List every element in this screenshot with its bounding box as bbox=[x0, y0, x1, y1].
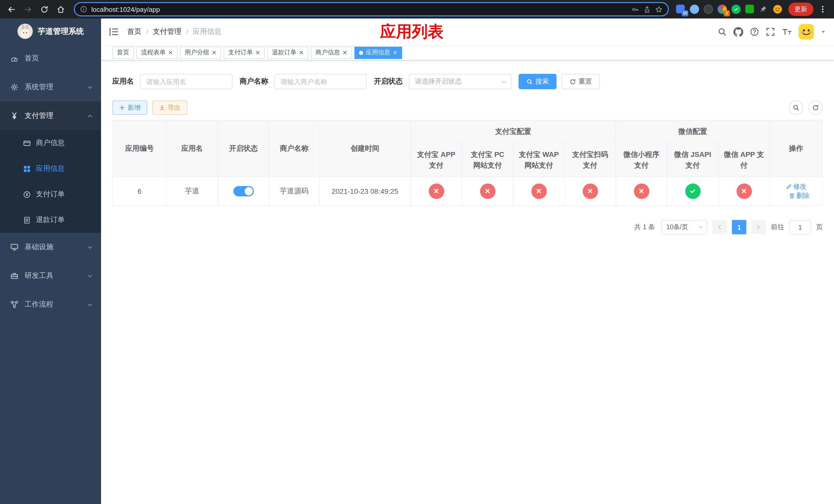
credit-card-icon bbox=[23, 139, 31, 147]
sidebar-item-infrastructure[interactable]: 基础设施 bbox=[0, 233, 101, 261]
browser-update-button[interactable]: 更新 bbox=[788, 3, 813, 16]
search-button-label: 搜索 bbox=[535, 77, 549, 86]
toolbox-icon bbox=[10, 272, 19, 280]
tag-label: 应用信息 bbox=[366, 48, 390, 57]
prev-page-button[interactable] bbox=[712, 220, 727, 234]
tag-home[interactable]: 首页 bbox=[112, 46, 134, 59]
extension-green-note-icon[interactable] bbox=[745, 5, 754, 14]
close-icon[interactable] bbox=[168, 50, 173, 55]
status-cross-icon bbox=[480, 183, 495, 199]
tag-user-group[interactable]: 用户分组 bbox=[180, 46, 221, 59]
page-annotation-title: 应用列表 bbox=[380, 21, 444, 43]
sidebar-item-app-info[interactable]: 应用信息 bbox=[0, 156, 101, 182]
reset-button[interactable]: 重置 bbox=[562, 74, 599, 89]
col-header-actions: 操作 bbox=[770, 120, 822, 177]
font-size-icon[interactable] bbox=[782, 28, 792, 36]
sidebar-item-refund-orders[interactable]: 退款订单 bbox=[0, 207, 101, 233]
header-search-icon[interactable] bbox=[718, 27, 727, 37]
tag-app-info-active[interactable]: 应用信息 bbox=[354, 46, 402, 59]
sidebar-fold-icon[interactable] bbox=[109, 27, 119, 37]
enabled-switch[interactable] bbox=[233, 186, 254, 196]
sidebar-item-home[interactable]: 首页 bbox=[0, 44, 101, 73]
col-header-wechat-app: 微信 APP 支付 bbox=[718, 143, 770, 177]
sidebar-item-workflow[interactable]: 工作流程 bbox=[0, 290, 101, 319]
breadcrumb-separator: / bbox=[146, 28, 148, 36]
search-button[interactable]: 搜索 bbox=[519, 74, 556, 89]
browser-forward-button[interactable] bbox=[21, 2, 35, 17]
data-table: 应用编号 应用名 开启状态 商户名称 创建时间 支付宝配置 微信配置 操作 支付… bbox=[112, 120, 823, 206]
sidebar-item-payment-orders[interactable]: 支付订单 bbox=[0, 182, 101, 207]
group-header-wechat: 微信配置 bbox=[616, 120, 770, 143]
github-icon[interactable] bbox=[733, 27, 743, 37]
tag-refund-orders[interactable]: 退款订单 bbox=[267, 46, 308, 59]
close-icon[interactable] bbox=[299, 50, 304, 55]
browser-back-button[interactable] bbox=[4, 2, 19, 17]
breadcrumb-home[interactable]: 首页 bbox=[127, 27, 141, 37]
page-size-select[interactable]: 10条/页 bbox=[661, 220, 707, 234]
close-icon[interactable] bbox=[343, 50, 347, 55]
app-name-input[interactable] bbox=[140, 74, 232, 89]
close-icon[interactable] bbox=[256, 50, 260, 55]
edit-button-label: 修改 bbox=[793, 182, 807, 191]
extension-colorful-icon[interactable]: 1 bbox=[718, 5, 727, 14]
col-header-wechat-mini: 微信小程序支付 bbox=[616, 143, 667, 177]
app-title: 芋道管理系统 bbox=[38, 26, 84, 36]
user-avatar[interactable] bbox=[798, 24, 814, 40]
site-info-icon[interactable] bbox=[80, 6, 87, 13]
tag-process-form[interactable]: 流程表单 bbox=[136, 46, 177, 59]
close-icon[interactable] bbox=[212, 50, 216, 55]
extension-emoji-icon[interactable] bbox=[773, 5, 782, 14]
help-icon[interactable] bbox=[750, 27, 759, 37]
page-content: 应用名 商户名称 开启状态 请选择开启状态 搜索 bbox=[101, 61, 834, 504]
extension-dark-icon[interactable] bbox=[704, 5, 713, 14]
sidebar-item-payment[interactable]: 支付管理 bbox=[0, 101, 101, 130]
refresh-button[interactable] bbox=[808, 100, 823, 115]
edit-button[interactable]: 修改 bbox=[786, 182, 807, 191]
tag-payment-orders[interactable]: 支付订单 bbox=[224, 46, 265, 59]
status-select[interactable]: 请选择开启状态 bbox=[409, 74, 511, 89]
yen-icon bbox=[10, 112, 19, 120]
close-icon[interactable] bbox=[393, 50, 397, 55]
cell-alipay-wap bbox=[513, 177, 565, 205]
add-button[interactable]: 新增 bbox=[112, 100, 147, 115]
goto-page-input[interactable] bbox=[789, 220, 811, 234]
export-button[interactable]: 导出 bbox=[152, 100, 187, 115]
merchant-name-input[interactable] bbox=[275, 74, 367, 89]
url-bar[interactable]: localhost:1024/pay/app bbox=[74, 2, 669, 17]
tag-merchant-info[interactable]: 商户信息 bbox=[311, 46, 352, 59]
col-header-alipay-pc: 支付宝 PC 网站支付 bbox=[462, 143, 513, 177]
sidebar-item-label: 工作流程 bbox=[25, 300, 53, 309]
cell-alipay-pc bbox=[462, 177, 513, 205]
delete-button-label: 删除 bbox=[796, 191, 810, 200]
sidebar-item-merchant-info[interactable]: 商户信息 bbox=[0, 130, 101, 156]
user-menu-caret-icon[interactable] bbox=[821, 29, 826, 35]
current-page-button[interactable]: 1 bbox=[732, 220, 746, 234]
sidebar-item-system[interactable]: 系统管理 bbox=[0, 73, 101, 101]
browser-menu-icon[interactable] bbox=[815, 2, 830, 17]
next-page-button[interactable] bbox=[751, 220, 766, 234]
browser-reload-button[interactable] bbox=[37, 2, 51, 17]
sidebar-item-dev-tools[interactable]: 研发工具 bbox=[0, 261, 101, 290]
delete-button[interactable]: 删除 bbox=[789, 191, 810, 200]
app-logo[interactable]: 芋道管理系统 bbox=[0, 19, 101, 44]
bookmark-star-icon[interactable] bbox=[655, 5, 663, 13]
cell-alipay-app bbox=[411, 177, 462, 205]
share-icon[interactable] bbox=[643, 5, 651, 13]
extension-green-check-icon[interactable] bbox=[731, 5, 741, 14]
fullscreen-icon[interactable] bbox=[766, 27, 775, 37]
extension-blue-icon[interactable]: 10 bbox=[676, 5, 685, 14]
password-key-icon[interactable] bbox=[631, 5, 639, 13]
sidebar-item-label: 基础设施 bbox=[25, 243, 53, 252]
breadcrumb-payment[interactable]: 支付管理 bbox=[153, 27, 181, 37]
breadcrumb: 首页 / 支付管理 / 应用信息 bbox=[127, 27, 222, 37]
toggle-search-button[interactable] bbox=[789, 100, 803, 115]
extension-lightblue-icon[interactable] bbox=[690, 5, 699, 14]
page-unit-label: 页 bbox=[816, 223, 823, 232]
tag-label: 用户分组 bbox=[185, 48, 209, 57]
status-cross-icon bbox=[429, 183, 444, 199]
gauge-icon bbox=[10, 54, 19, 63]
browser-home-button[interactable] bbox=[53, 2, 68, 17]
sidebar-item-label: 首页 bbox=[25, 54, 39, 63]
extension-pin-icon[interactable] bbox=[759, 5, 768, 14]
tag-label: 流程表单 bbox=[141, 48, 166, 57]
